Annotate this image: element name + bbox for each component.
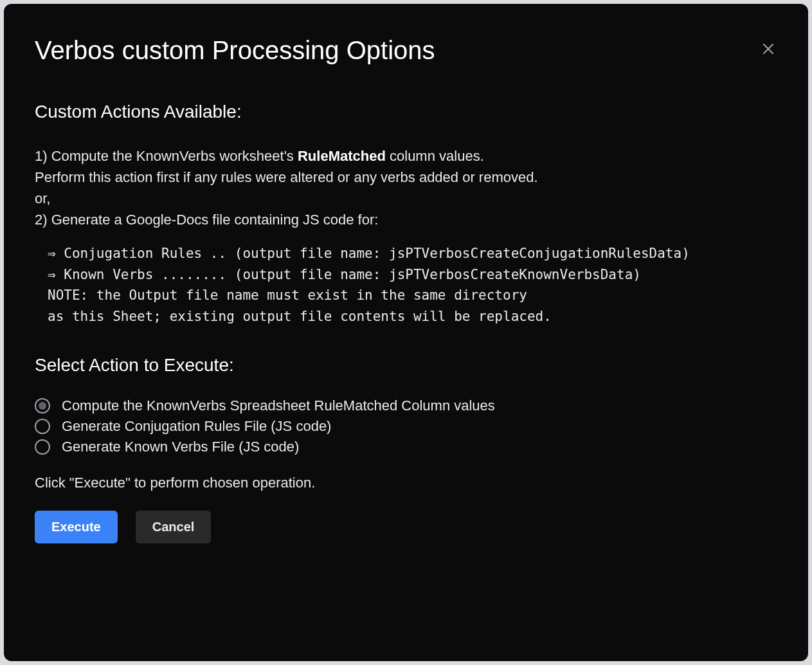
close-icon [761,49,776,59]
select-action-heading: Select Action to Execute: [35,355,777,376]
execute-button[interactable]: Execute [35,511,118,543]
mono-line-1: ⇒ Conjugation Rules .. (output file name… [48,246,690,261]
action-radio-group: Compute the KnownVerbs Spreadsheet RuleM… [35,397,777,455]
description-block: 1) Compute the KnownVerbs worksheet's Ru… [35,145,777,230]
description-line-3: or, [35,188,777,209]
modal-title: Verbos custom Processing Options [35,35,435,66]
radio-label: Generate Known Verbs File (JS code) [62,439,299,455]
execute-hint: Click "Execute" to perform chosen operat… [35,475,777,491]
radio-label: Generate Conjugation Rules File (JS code… [62,418,331,435]
close-button[interactable] [757,37,780,62]
description-line-1: 1) Compute the KnownVerbs worksheet's Ru… [35,145,777,167]
description-line-4: 2) Generate a Google-Docs file containin… [35,209,777,230]
mono-output-block: ⇒ Conjugation Rules .. (output file name… [48,243,777,327]
radio-icon [35,439,50,455]
desc1-pre: 1) Compute the KnownVerbs worksheet's [35,148,298,164]
description-line-2: Perform this action first if any rules w… [35,167,777,188]
cancel-button[interactable]: Cancel [136,511,212,543]
processing-options-modal: Verbos custom Processing Options Custom … [4,4,808,661]
mono-line-3: NOTE: the Output file name must exist in… [48,287,527,303]
radio-generate-conjugation-rules[interactable]: Generate Conjugation Rules File (JS code… [35,418,777,435]
radio-icon [35,419,50,434]
desc1-bold: RuleMatched [298,148,386,164]
modal-header: Verbos custom Processing Options [35,35,777,66]
radio-compute-rulematched[interactable]: Compute the KnownVerbs Spreadsheet RuleM… [35,397,777,414]
radio-generate-known-verbs[interactable]: Generate Known Verbs File (JS code) [35,439,777,455]
radio-label: Compute the KnownVerbs Spreadsheet RuleM… [62,397,495,414]
mono-line-4: as this Sheet; existing output file cont… [48,309,552,324]
available-actions-heading: Custom Actions Available: [35,102,777,122]
desc1-post: column values. [386,148,484,164]
radio-icon [35,398,50,414]
mono-line-2: ⇒ Known Verbs ........ (output file name… [48,267,641,282]
button-row: Execute Cancel [35,511,777,543]
